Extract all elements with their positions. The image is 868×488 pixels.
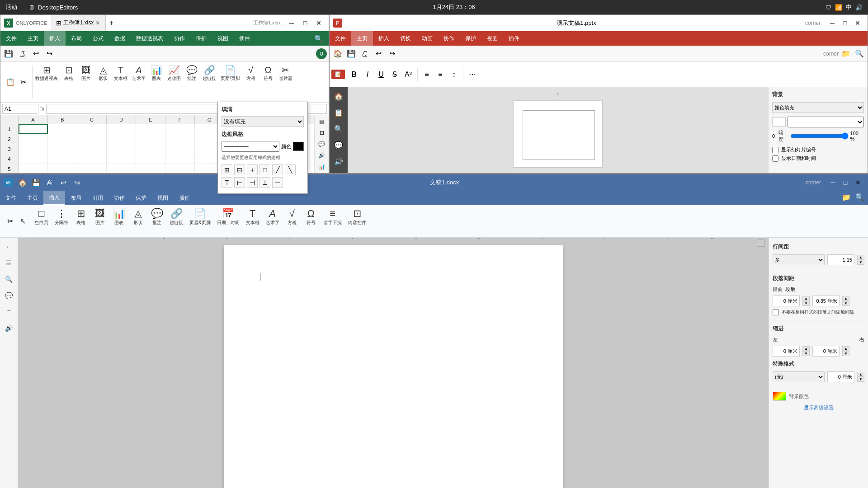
cell-c3[interactable]	[77, 144, 107, 154]
para-same-style-checkbox[interactable]	[773, 309, 779, 315]
excel-copy-btn[interactable]: 📋	[4, 76, 17, 89]
cell-a3[interactable]	[19, 144, 48, 154]
doc-equation-btn[interactable]: √ 方程	[283, 207, 301, 235]
ribbon-image-btn[interactable]: 🖼 图片	[78, 64, 94, 100]
ppt-close-btn[interactable]: ✕	[851, 17, 864, 29]
excel-menu-formula[interactable]: 公式	[87, 31, 109, 46]
cell-b5[interactable]	[48, 164, 77, 173]
doc-file-mgr-btn[interactable]: 📁	[840, 191, 853, 203]
line-spacing-up-btn[interactable]: ▲	[857, 255, 864, 260]
doc-track-changes-btn[interactable]: ≡	[2, 305, 16, 319]
doc-undo-btn[interactable]: ↩	[57, 176, 70, 189]
diag1-btn[interactable]: ╱	[272, 164, 283, 175]
ribbon-slicer-btn[interactable]: ✂ 切片器	[277, 64, 294, 100]
cell-c1[interactable]	[77, 124, 107, 134]
doc-wordart-btn[interactable]: A 艺术字	[263, 207, 282, 235]
doc-menu-file[interactable]: 文件	[0, 191, 22, 205]
special-format-select[interactable]: (无)	[773, 371, 825, 382]
cell-d5[interactable]	[107, 164, 136, 173]
ppt-save-btn[interactable]: 💾	[345, 47, 358, 60]
cell-a5[interactable]	[19, 164, 48, 173]
cell-a2[interactable]	[19, 134, 48, 144]
right-border-btn[interactable]: ⊣	[247, 177, 258, 188]
doc-print-btn[interactable]: 🖨	[43, 176, 56, 189]
para-after-input[interactable]	[812, 296, 840, 306]
diag2-btn[interactable]: ╲	[285, 164, 296, 175]
doc-menu-home[interactable]: 主页	[22, 191, 43, 205]
doc-cursor-mode-btn[interactable]: ↖	[16, 215, 29, 228]
ppt-color-swatch[interactable]	[772, 117, 786, 127]
ppt-home-btn[interactable]: 🏠	[331, 47, 344, 60]
col-e[interactable]: E	[136, 115, 165, 124]
ppt-menu-transition[interactable]: 切换	[395, 31, 416, 46]
comment-sidebar-btn[interactable]: 💬	[316, 140, 328, 149]
taskbar-activity[interactable]: 活动	[0, 3, 23, 11]
ppt-slide-panel-btn[interactable]: 📋	[331, 105, 346, 120]
ppt-minimize-btn[interactable]: ─	[826, 17, 839, 29]
ppt-menu-animation[interactable]: 动画	[416, 31, 438, 46]
h-border-btn[interactable]: ─	[272, 177, 283, 188]
cell-d1[interactable]	[107, 124, 136, 134]
cell-f3[interactable]	[165, 144, 195, 154]
doc-comment-btn[interactable]: 💬 批注	[148, 207, 166, 235]
col-a[interactable]: A	[19, 115, 48, 124]
ppt-slide-thumbnail[interactable]	[513, 100, 603, 168]
doc-menu-view[interactable]: 视图	[152, 191, 174, 205]
doc-header-btn[interactable]: 📄 页眉&页脚	[187, 207, 213, 235]
border-style-select[interactable]: ───────	[222, 141, 279, 152]
excel-menu-protect[interactable]: 保护	[190, 31, 212, 46]
doc-separator-btn[interactable]: ⋮ 分隔符	[52, 207, 71, 235]
cell-c4[interactable]	[77, 154, 107, 164]
cell-d2[interactable]	[107, 134, 136, 144]
indent-right-down-btn[interactable]: ▼	[842, 351, 849, 356]
doc-ruler-toggle-btn[interactable]: ←	[2, 239, 16, 254]
cell-e2[interactable]	[136, 134, 165, 144]
excel-menu-layout[interactable]: 布局	[66, 31, 87, 46]
ppt-line-spacing-btn[interactable]: ↕	[448, 68, 460, 81]
fill-btn[interactable]: ▦	[316, 117, 328, 127]
ribbon-table-btn[interactable]: ⊡ 表格	[61, 64, 77, 100]
cell-e3[interactable]	[136, 144, 165, 154]
excel-menu-file[interactable]: 文件	[0, 31, 22, 46]
ribbon-symbol-btn[interactable]: Ω 符号	[260, 64, 276, 100]
excel-menu-view[interactable]: 视图	[212, 31, 234, 46]
border-color-swatch[interactable]	[293, 142, 304, 151]
excel-redo-btn[interactable]: ↪	[43, 47, 56, 60]
ribbon-pivot-btn[interactable]: ⊞ 数据透视表	[33, 64, 60, 100]
ribbon-shape-btn[interactable]: ◬ 形状	[95, 64, 111, 100]
cell-e1[interactable]	[136, 124, 165, 134]
top-border-btn[interactable]: ⊤	[222, 177, 232, 188]
doc-textbox-btn[interactable]: T 文本框	[243, 207, 262, 235]
doc-date-btn[interactable]: 📅 日期、时间	[214, 207, 242, 235]
ppt-comment-sidebar-btn[interactable]: 💬	[331, 138, 346, 152]
para-after-down-btn[interactable]: ▼	[842, 301, 849, 306]
excel-search-btn[interactable]: 🔍	[312, 32, 325, 45]
cell-f1[interactable]	[165, 124, 195, 134]
excel-undo-btn[interactable]: ↩	[29, 47, 42, 60]
cell-e4[interactable]	[136, 154, 165, 164]
inner-borders-btn[interactable]: ⊟	[234, 164, 245, 175]
doc-redo-btn[interactable]: ↪	[71, 176, 83, 189]
plus-borders-btn[interactable]: +	[247, 164, 258, 175]
excel-menu-plugin[interactable]: 插件	[234, 31, 255, 46]
cell-f5[interactable]	[165, 164, 195, 173]
cell-e5[interactable]	[136, 164, 165, 173]
line-spacing-select[interactable]: 多	[773, 254, 825, 265]
indent-left-up-btn[interactable]: ▲	[802, 346, 810, 351]
excel-maximize-btn[interactable]: □	[299, 17, 311, 29]
doc-menu-plugin[interactable]: 插件	[174, 191, 195, 205]
doc-menu-collab[interactable]: 协作	[108, 191, 130, 205]
cell-b3[interactable]	[48, 144, 77, 154]
cell-f4[interactable]	[165, 154, 195, 164]
cell-c2[interactable]	[77, 134, 107, 144]
ppt-opacity-slider[interactable]	[790, 132, 849, 140]
doc-menu-ref[interactable]: 引用	[87, 191, 108, 205]
cell-b1[interactable]	[48, 124, 77, 134]
ppt-bold-btn[interactable]: B	[348, 68, 360, 81]
doc-page[interactable]	[224, 245, 563, 488]
ppt-ribbon-format-btn[interactable]: 📝	[331, 70, 345, 79]
taskbar-app-icon[interactable]: 🖥 DesktopEditors	[23, 3, 82, 11]
cell-d4[interactable]	[107, 154, 136, 164]
chart-sidebar-btn[interactable]: 📊	[316, 162, 328, 171]
advanced-settings-link[interactable]: 显示高级设置	[773, 404, 864, 411]
